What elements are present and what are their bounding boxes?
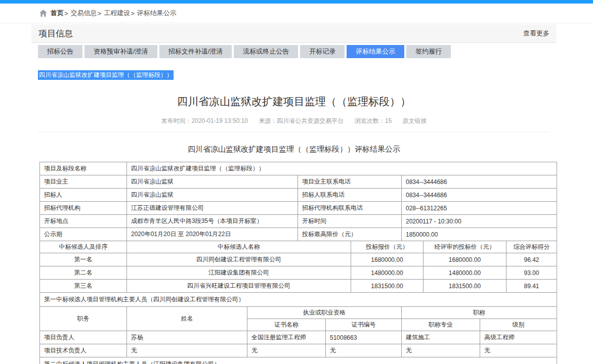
- project-info-header: 项目信息 查看更多: [31, 24, 557, 43]
- table-row: 招标代理机构 江苏正德建设管理有限公司 招标代理机构联系电话 028--6131…: [40, 202, 557, 215]
- tab-evaluation-result[interactable]: 评标结果公示: [347, 45, 404, 58]
- announcement-subtitle: 四川省凉山监狱改扩建项目监理（（监理标段））评标结果公示: [31, 145, 557, 154]
- home-icon[interactable]: [39, 10, 47, 17]
- section-title-row: 第一中标候选人项目管理机构主要人员（四川同创建设工程管理有限公司）: [40, 293, 557, 307]
- candidate-rank: 第一名: [40, 253, 127, 266]
- tab-opening-record[interactable]: 开标记录: [300, 45, 345, 58]
- field-label: 项目业主: [40, 175, 127, 189]
- title-level: 高级工程师: [480, 331, 557, 344]
- field-value: 20200117 - 10:30:00: [402, 215, 557, 228]
- tab-bid-announcement[interactable]: 招标公告: [38, 45, 82, 58]
- cert-name: 全国注册监理工程师: [247, 331, 326, 344]
- tab-contract-performance[interactable]: 签约履行: [406, 45, 451, 58]
- evaluated-price: 1831500.00: [423, 280, 506, 293]
- publish-time: 发布时间：2020-01-19 13:50:10: [161, 117, 248, 124]
- title-major: 建筑施工: [402, 331, 480, 344]
- personnel-row: 项目负责人 苏杨 全国注册监理工程师 51008663 建筑施工 高级工程师: [40, 331, 557, 344]
- candidate-name: 江阳建设集团有限公司: [127, 266, 351, 280]
- candidate-rank: 第三名: [40, 280, 127, 293]
- bid-price: 1831500.00: [351, 280, 423, 293]
- duty: 项目技术负责人: [40, 344, 127, 357]
- candidate-rank: 第二名: [40, 266, 127, 280]
- person-name: 无: [127, 344, 247, 357]
- page-title: 项目信息: [38, 28, 73, 39]
- breadcrumb-separator: >: [64, 10, 68, 17]
- field-value: 028--61312265: [402, 202, 557, 215]
- cert-no: 51008663: [326, 331, 402, 344]
- column-header: 中标候选人及排序: [40, 241, 127, 253]
- field-label: 招标人: [40, 189, 127, 202]
- cert-no: 无: [326, 344, 402, 357]
- tab-failed-terminated[interactable]: 流标或终止公告: [234, 45, 298, 58]
- section-title-row: 第二中标候选人项目管理机构主要人员（江阳建设集团有限公司）: [40, 357, 557, 364]
- table-row: 公示期 2020年01月20日 至 2020年01月22日 投标最高限价（元） …: [40, 228, 557, 241]
- field-label: 公示期: [40, 228, 127, 241]
- breadcrumb-item-construction[interactable]: 工程建设: [104, 9, 130, 18]
- field-label: 开标地点: [40, 215, 127, 228]
- candidate-row: 第三名 四川省兴旺建设工程项目管理有限公司 1831500.00 1831500…: [40, 280, 557, 293]
- breadcrumb-item-result-publicity[interactable]: 评标结果公示: [137, 9, 177, 18]
- evaluated-price: 1480000.00: [423, 266, 506, 280]
- breadcrumb-home[interactable]: 首页: [51, 9, 64, 18]
- original-link[interactable]: 原文链接: [402, 117, 427, 124]
- table-row: 项目及标段名称 四川省凉山监狱改扩建项目监理（（监理标段））: [40, 162, 557, 175]
- view-more-link[interactable]: 查看更多: [523, 29, 549, 38]
- column-header: 证书名称: [247, 319, 326, 331]
- score: 96.42: [506, 253, 557, 266]
- candidate-row: 第一名 四川同创建设工程管理有限公司 1680000.00 1680000.00…: [40, 253, 557, 266]
- breadcrumb: 首页 > 交易信息 > 工程建设 > 评标结果公示: [0, 4, 593, 23]
- field-label: 开标时间: [298, 215, 402, 228]
- field-label: 项目及标段名称: [40, 162, 127, 175]
- personnel-header-row: 职务 姓名 执业或职业资格 职称: [40, 307, 557, 319]
- field-label: 投标最高限价（元）: [298, 228, 402, 241]
- field-value: 2020年01月20日 至 2020年01月22日: [127, 228, 298, 241]
- table-row: 开标地点 成都市青羊区人民中路3段35号（本项目开标室） 开标时间 202001…: [40, 215, 557, 228]
- evaluated-price: 1680000.00: [423, 253, 506, 266]
- column-header: 职务: [40, 307, 127, 331]
- column-header: 证书编号: [326, 319, 402, 331]
- view-count: 浏览次数：15: [355, 117, 392, 124]
- score: 89.41: [506, 280, 557, 293]
- personnel-section-title: 第一中标候选人项目管理机构主要人员（四川同创建设工程管理有限公司）: [40, 293, 557, 307]
- column-header: 级别: [480, 319, 557, 331]
- breadcrumb-separator: >: [98, 10, 102, 17]
- duty: 项目负责人: [40, 331, 127, 344]
- tab-bar: 招标公告 资格预审补遗/澄清 招标文件补遗/澄清 流标或终止公告 开标记录 评标…: [31, 45, 557, 58]
- breadcrumb-separator: >: [131, 10, 135, 17]
- field-value: 0834--3444686: [402, 175, 557, 189]
- candidate-row: 第二名 江阳建设集团有限公司 1480000.00 1480000.00 93.…: [40, 266, 557, 280]
- tab-prequal-supplement[interactable]: 资格预审补遗/澄清: [84, 45, 157, 58]
- field-value: 四川省凉山监狱改扩建项目监理（（监理标段））: [127, 162, 557, 175]
- column-header: 经评审的投标价（元）: [423, 241, 506, 253]
- evaluation-result-table: 项目及标段名称 四川省凉山监狱改扩建项目监理（（监理标段）） 项目业主 四川省凉…: [39, 162, 557, 364]
- cert-name: 无: [247, 344, 326, 357]
- breadcrumb-item-trade-info[interactable]: 交易信息: [71, 9, 97, 18]
- candidate-header-row: 中标候选人及排序 中标候选人名称 投标报价（元） 经评审的投标价（元） 综合评标…: [40, 241, 557, 253]
- table-row: 项目业主 四川省凉山监狱 项目业主联系电话 0834--3444686: [40, 175, 557, 189]
- field-value: 四川省凉山监狱: [127, 175, 298, 189]
- bid-price: 1480000.00: [351, 266, 423, 280]
- candidate-name: 四川同创建设工程管理有限公司: [127, 253, 351, 266]
- article-meta: 发布时间：2020-01-19 13:50:10 来源：四川省公共资源交易平台 …: [38, 117, 550, 132]
- title-major: 无: [402, 344, 480, 357]
- column-header: 执业或职业资格: [247, 307, 402, 319]
- field-value: 江苏正德建设管理有限公司: [127, 202, 298, 215]
- title-level: 无: [480, 344, 557, 357]
- column-header: 综合评标得分: [506, 241, 557, 253]
- article-title: 四川省凉山监狱改扩建项目监理（（监理标段））: [31, 95, 557, 109]
- column-header: 职称专业: [402, 319, 480, 331]
- field-value: 1850000.00: [402, 228, 557, 241]
- field-label: 招标代理机构联系电话: [298, 202, 402, 215]
- tab-document-supplement[interactable]: 招标文件补遗/澄清: [159, 45, 232, 58]
- field-value: 0834--3444686: [402, 189, 557, 202]
- personnel-section-title: 第二中标候选人项目管理机构主要人员（江阳建设集团有限公司）: [40, 357, 557, 364]
- project-result-link-highlighted[interactable]: 四川省凉山监狱改扩建项目监理（（监理标段））: [38, 70, 174, 80]
- field-label: 招标代理机构: [40, 202, 127, 215]
- field-value: 成都市青羊区人民中路3段35号（本项目开标室）: [127, 215, 298, 228]
- column-header: 姓名: [127, 307, 247, 331]
- candidate-name: 四川省兴旺建设工程项目管理有限公司: [127, 280, 351, 293]
- score: 93.00: [506, 266, 557, 280]
- field-label: 招标人联系电话: [298, 189, 402, 202]
- main-content: 项目信息 查看更多 招标公告 资格预审补遗/澄清 招标文件补遗/澄清 流标或终止…: [31, 24, 557, 364]
- column-header: 中标候选人名称: [127, 241, 351, 253]
